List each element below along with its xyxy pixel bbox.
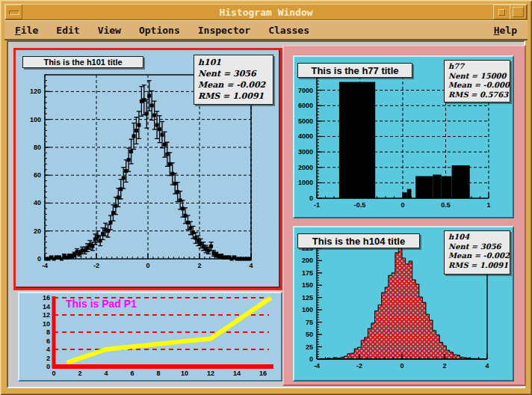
- h101-stats-nent: Nent = 3056: [198, 68, 273, 79]
- menu-view[interactable]: View: [98, 25, 121, 36]
- histogram-window: Histogram Window FileEditViewOptionsInsp…: [0, 0, 532, 395]
- svg-text:14: 14: [233, 370, 241, 377]
- h77-stats-nent: Nent = 15000: [448, 72, 510, 82]
- svg-text:125: 125: [302, 294, 313, 301]
- svg-text:100: 100: [30, 116, 41, 123]
- svg-text:150: 150: [302, 281, 313, 289]
- svg-text:2: 2: [46, 355, 50, 362]
- svg-text:0: 0: [146, 262, 149, 269]
- svg-text:2000: 2000: [298, 164, 313, 171]
- h101-stats-name: h101: [198, 57, 273, 68]
- svg-text:6: 6: [130, 370, 134, 377]
- maximize-button[interactable]: [510, 4, 527, 19]
- h104-stats-rms: RMS = 1.0091: [448, 261, 510, 271]
- svg-text:8: 8: [156, 370, 160, 377]
- svg-text:0: 0: [52, 370, 55, 377]
- svg-text:4: 4: [485, 362, 489, 370]
- svg-text:1: 1: [486, 201, 490, 209]
- svg-text:0: 0: [46, 363, 50, 370]
- svg-text:7000: 7000: [298, 87, 313, 94]
- p1-plot: 02468101214160246810121416: [19, 293, 278, 377]
- svg-text:50: 50: [306, 331, 313, 338]
- svg-text:4: 4: [104, 370, 108, 377]
- root-canvas[interactable]: -4-2024020406080100120 This is the h101 …: [7, 40, 525, 388]
- svg-text:0: 0: [37, 255, 41, 263]
- svg-text:-2: -2: [93, 262, 99, 269]
- pad-h101[interactable]: -4-2024020406080100120 This is the h101 …: [13, 48, 282, 290]
- svg-text:0.5: 0.5: [441, 201, 451, 209]
- menu-edit[interactable]: Edit: [56, 25, 79, 36]
- svg-text:120: 120: [30, 88, 41, 95]
- svg-text:0: 0: [400, 362, 403, 370]
- window-menu-button[interactable]: [5, 4, 22, 19]
- h77-title-box[interactable]: This is the h77 title: [297, 63, 412, 78]
- svg-text:4: 4: [249, 262, 253, 269]
- h101-stats-box[interactable]: h101 Nent = 3056 Mean = -0.002 RMS = 1.0…: [194, 55, 273, 105]
- window-menu-icon: [9, 10, 19, 15]
- svg-text:12: 12: [43, 311, 50, 319]
- svg-text:0: 0: [309, 355, 313, 363]
- window-title: Histogram Window: [219, 7, 312, 18]
- h77-stats-box[interactable]: h77 Nent = 15000 Mean = -0.000 RMS = 0.5…: [444, 60, 510, 102]
- svg-text:0: 0: [309, 195, 313, 202]
- svg-text:2: 2: [78, 370, 81, 377]
- svg-text:60: 60: [34, 171, 41, 179]
- svg-text:4: 4: [46, 346, 50, 353]
- pad-p1[interactable]: 02468101214160246810121416 This is Pad P…: [18, 292, 282, 382]
- menubar: FileEditViewOptionsInspectorClassesHelp: [4, 20, 528, 40]
- svg-text:200: 200: [302, 257, 313, 264]
- menu-inspector[interactable]: Inspector: [198, 25, 250, 36]
- h104-stats-nent: Nent = 3056: [448, 242, 510, 252]
- svg-text:175: 175: [302, 269, 313, 277]
- pad-h77[interactable]: -1-0.500.5101000200030004000500060007000…: [293, 55, 514, 218]
- svg-text:16: 16: [259, 370, 267, 377]
- h104-title-box[interactable]: This is the h104 title: [297, 233, 420, 248]
- svg-text:16: 16: [43, 294, 50, 301]
- menu-options[interactable]: Options: [139, 25, 180, 36]
- svg-text:14: 14: [43, 303, 50, 310]
- svg-text:2: 2: [442, 362, 446, 370]
- h77-stats-rms: RMS = 0.5763: [448, 91, 510, 100]
- svg-text:-1: -1: [314, 201, 320, 209]
- menu-help[interactable]: Help: [494, 25, 517, 36]
- svg-text:3000: 3000: [298, 148, 313, 156]
- iconify-icon: [498, 9, 505, 16]
- p1-title[interactable]: This is Pad P1: [66, 298, 137, 310]
- h104-stats-mean: Mean = -0.002: [448, 251, 510, 261]
- h77-title: This is the h77 title: [311, 65, 398, 76]
- svg-text:40: 40: [34, 199, 41, 206]
- svg-text:25: 25: [306, 343, 313, 351]
- titlebar[interactable]: Histogram Window: [4, 4, 528, 20]
- svg-text:100: 100: [302, 306, 313, 313]
- svg-text:6: 6: [46, 337, 50, 345]
- h101-title-box[interactable]: This is the h101 title: [22, 56, 143, 68]
- svg-text:4000: 4000: [298, 132, 313, 140]
- menu-file[interactable]: File: [15, 25, 38, 36]
- svg-text:5000: 5000: [298, 117, 313, 125]
- svg-text:-0.5: -0.5: [354, 201, 366, 209]
- h101-title: This is the h101 title: [43, 58, 122, 67]
- pad-pink[interactable]: -1-0.500.5101000200030004000500060007000…: [282, 45, 526, 386]
- iconify-button[interactable]: [493, 4, 510, 19]
- svg-text:2: 2: [197, 262, 201, 269]
- h101-stats-rms: RMS = 1.0091: [198, 91, 273, 102]
- svg-text:6000: 6000: [298, 102, 313, 109]
- svg-text:80: 80: [34, 144, 41, 151]
- svg-text:-2: -2: [356, 362, 362, 370]
- pad-h104[interactable]: -4-20240255075100125150175200225 This is…: [293, 226, 514, 382]
- svg-text:20: 20: [34, 227, 41, 235]
- svg-text:-4: -4: [42, 262, 48, 269]
- svg-text:10: 10: [43, 320, 50, 328]
- h104-stats-box[interactable]: h104 Nent = 3056 Mean = -0.002 RMS = 1.0…: [444, 230, 510, 275]
- svg-text:8: 8: [46, 328, 50, 336]
- maximize-icon: [513, 7, 524, 17]
- menu-classes[interactable]: Classes: [268, 25, 309, 36]
- h104-stats-name: h104: [448, 233, 510, 242]
- h101-stats-mean: Mean = -0.002: [198, 79, 273, 91]
- svg-text:1000: 1000: [298, 179, 313, 186]
- svg-text:75: 75: [306, 319, 313, 326]
- svg-text:0: 0: [400, 201, 404, 209]
- svg-text:10: 10: [181, 370, 188, 377]
- svg-text:12: 12: [207, 370, 214, 377]
- h77-stats-name: h77: [448, 62, 510, 72]
